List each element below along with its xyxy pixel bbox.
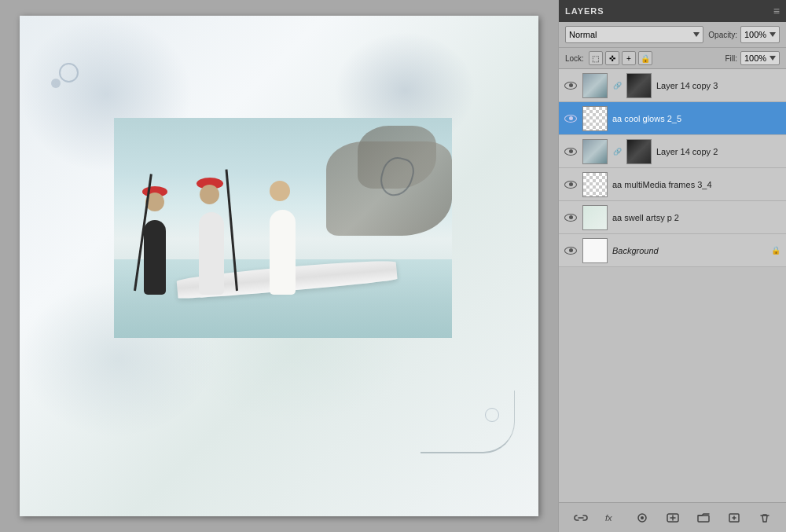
eye-icon [564,148,577,156]
layer-visibility-layer-14-copy-3[interactable] [564,80,578,91]
fx-icon: fx [604,512,619,523]
lock-label: Lock: [565,54,584,63]
watercolor-dot-2 [51,79,61,88]
layers-panel: LAYERS ≡ Normal Opacity: 100% Lock: ⬚ ✜ … [558,0,786,532]
layer-item-layer-14-copy-3[interactable]: 🔗 Layer 14 copy 3 [559,69,786,102]
eye-icon [564,214,577,222]
mask-icon [635,512,649,523]
link-layers-button[interactable] [571,508,590,527]
canvas-area [0,0,558,532]
opacity-label: Opacity: [708,31,737,39]
fill-input[interactable]: 100% [740,51,780,65]
opacity-value: 100% [744,30,766,39]
eye-icon [564,82,577,90]
layer-locked-icon: 🔒 [770,245,781,256]
layer-item-aa-multimedia-frames-3-4[interactable]: aa multiMedia frames 3_4 [559,168,786,201]
photo-area [114,118,452,338]
lock-icons: ⬚ ✜ + 🔒 [589,51,652,65]
blend-mode-select[interactable]: Normal [565,26,703,43]
lock-all-button[interactable]: + [622,51,636,65]
layer-visibility-layer-14-copy-2[interactable] [564,146,578,157]
panel-menu-icon[interactable]: ≡ [773,5,780,17]
blend-mode-row: Normal Opacity: 100% [559,22,786,48]
beach-photo [114,118,452,338]
lock-button[interactable]: 🔒 [638,51,652,65]
eye-icon [564,181,577,189]
layer-name-aa-cool-glows-2-5: aa cool glows 2_5 [612,114,781,123]
layer-link-icon: 🔗 [612,81,622,90]
blend-mode-chevron-icon [693,32,700,37]
panel-header: LAYERS ≡ [559,0,786,22]
layer-item-aa-cool-glows-2-5[interactable]: aa cool glows 2_5 [559,102,786,135]
layer-visibility-aa-cool-glows-2-5[interactable] [564,113,578,124]
person1 [138,193,173,295]
layer-item-layer-14-copy-2[interactable]: 🔗 Layer 14 copy 2 [559,135,786,168]
layer-visibility-aa-swell-artsy-p-2[interactable] [564,212,578,223]
svg-rect-4 [698,515,709,522]
layer-name-layer-14-copy-3: Layer 14 copy 3 [656,81,781,90]
layer-item-background[interactable]: Background 🔒 [559,234,786,267]
lock-position-button[interactable]: ✜ [605,51,619,65]
layer-name-layer-14-copy-2: Layer 14 copy 2 [656,147,781,156]
layer-mask-layer-14-copy-2 [626,139,652,164]
fill-chevron-icon [769,56,776,61]
layer-name-aa-swell-artsy-p-2: aa swell artsy p 2 [612,213,781,222]
opacity-input[interactable]: 100% [740,26,780,43]
layer-thumbnail-aa-multimedia-frames-3-4 [582,172,608,197]
layers-list: 🔗 Layer 14 copy 3 aa cool glows 2_5 [559,69,786,502]
opacity-chevron-icon [769,32,776,37]
layer-name-aa-multimedia-frames-3-4: aa multiMedia frames 3_4 [612,180,781,189]
layer-link-icon: 🔗 [612,147,622,156]
new-layer-icon [727,512,741,523]
layer-visibility-aa-multimedia-frames-3-4[interactable] [564,179,578,190]
canvas-container [20,16,538,516]
layer-thumbnail-layer-14-copy-3 [582,73,608,98]
lock-row: Lock: ⬚ ✜ + 🔒 Fill: 100% [559,48,786,69]
new-layer-button[interactable] [725,508,744,527]
svg-text:fx: fx [605,513,612,523]
layer-thumbnail-background [582,238,608,263]
layer-thumbnail-aa-cool-glows-2-5 [582,106,608,131]
eye-icon [564,247,577,255]
new-adjustment-button[interactable] [663,508,682,527]
delete-layer-button[interactable] [755,508,774,527]
layer-mask-layer-14-copy-3 [626,73,652,98]
eye-icon [564,115,577,123]
layer-item-aa-swell-artsy-p-2[interactable]: aa swell artsy p 2 [559,201,786,234]
group-icon [696,512,711,523]
adjustment-icon [666,512,680,523]
blend-mode-value: Normal [569,30,597,39]
panel-title: LAYERS [565,6,604,16]
layer-thumbnail-aa-swell-artsy-p-2 [582,205,608,230]
panel-footer: fx [559,502,786,532]
layer-thumbnail-layer-14-copy-2 [582,139,608,164]
fx-button[interactable]: fx [602,508,621,527]
fill-value: 100% [744,53,766,63]
layer-visibility-background[interactable] [564,245,578,256]
trash-icon [758,512,772,523]
fill-label: Fill: [725,54,737,63]
opacity-row: Opacity: 100% [708,26,780,43]
fill-row: Fill: 100% [725,51,780,65]
link-icon [574,512,588,523]
layer-name-background: Background [612,246,766,255]
svg-point-2 [641,516,644,519]
branch-decoration [421,391,515,453]
lock-pixels-button[interactable]: ⬚ [589,51,603,65]
watercolor-dot-1 [59,63,79,83]
new-group-button[interactable] [694,508,713,527]
person2 [193,185,232,295]
add-mask-button[interactable] [633,508,652,527]
person3 [263,181,303,295]
